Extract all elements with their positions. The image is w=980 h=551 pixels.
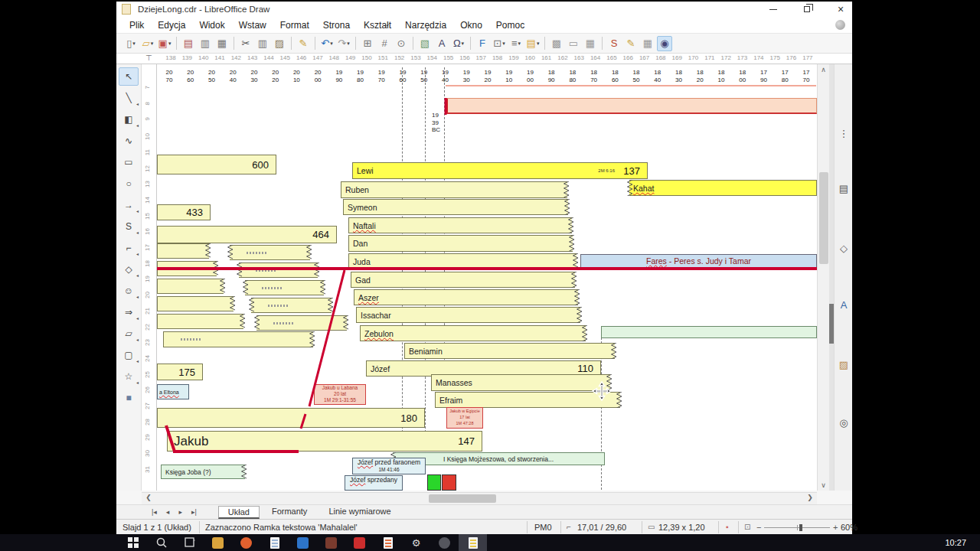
tool-callouts-icon[interactable]: ▢◂ — [119, 346, 139, 364]
image-filter-icon[interactable]: ▦ — [583, 36, 598, 51]
timeline-bar[interactable] — [157, 243, 209, 259]
tool-basic-shapes-icon[interactable]: ◇◂ — [119, 260, 139, 279]
close-button[interactable]: × — [835, 4, 846, 15]
open-file-icon[interactable]: ▱▾ — [140, 36, 155, 51]
redo-icon[interactable]: ↷▾ — [336, 36, 351, 51]
zoom-level[interactable]: 60% — [841, 523, 858, 532]
red-square[interactable] — [442, 474, 456, 491]
fontwork-icon[interactable]: F — [475, 36, 490, 51]
writer-document-icon[interactable] — [260, 534, 289, 551]
tool-fill-color-icon[interactable]: ◧◂ — [119, 110, 139, 129]
drawing-canvas[interactable]: 20 7020 6020 5020 4020 3020 2020 1020 00… — [157, 64, 817, 491]
insert-text-box-icon[interactable]: A — [434, 36, 449, 51]
gallery-icon[interactable]: ▨ — [836, 357, 851, 372]
note-box-j-zef-przed-faraonem[interactable]: Józef przed faraonem1M 41:46 — [352, 458, 426, 474]
scroll-up-icon[interactable]: ∧ — [818, 66, 829, 73]
menu-strona[interactable]: Strona — [316, 18, 357, 32]
tool-connectors-icon[interactable]: ⌐◂ — [119, 239, 139, 257]
timeline-bar[interactable]: 464 — [157, 226, 337, 243]
impress-document-icon[interactable] — [374, 534, 402, 551]
start-button[interactable] — [119, 534, 147, 551]
green-square[interactable] — [427, 474, 441, 491]
app-blue-icon[interactable] — [289, 534, 317, 551]
annotation-box[interactable]: Jakub w Egipcie17 lat1M 47:28 — [446, 407, 483, 429]
minimize-button[interactable] — [768, 4, 779, 15]
scroll-right-icon[interactable]: ❯ — [805, 494, 815, 501]
menu-kształt[interactable]: Kształt — [357, 18, 398, 32]
horizontal-ruler[interactable]: ⊤ 13813914014114214314414514614714814915… — [116, 54, 852, 64]
timeline-bar[interactable] — [163, 331, 313, 347]
new-document-icon[interactable]: ▯▾ — [123, 36, 139, 51]
tool-3d-objects-icon[interactable]: ■ — [119, 389, 139, 407]
shapes-icon[interactable]: ◇ — [836, 240, 851, 256]
tool-flowchart-icon[interactable]: ▱◂ — [119, 324, 139, 343]
timeline-bar-juda[interactable]: Juda — [348, 253, 577, 269]
tool-curves-polygons-icon[interactable]: S◂ — [119, 217, 139, 236]
timeline-bar-gad[interactable]: Gad — [351, 272, 575, 288]
undo-icon[interactable]: ↶▾ — [319, 36, 335, 51]
menu-widok[interactable]: Widok — [192, 18, 231, 32]
menu-narzędzia[interactable]: Narzędzia — [398, 18, 453, 32]
glue-points-icon[interactable]: ◉ — [657, 36, 672, 51]
scroll-left-icon[interactable]: ❮ — [143, 494, 154, 501]
scroll-down-icon[interactable]: ∨ — [818, 481, 829, 489]
era-band[interactable] — [446, 98, 817, 114]
settings-gear-icon[interactable]: ⚙ — [402, 534, 430, 551]
vertical-scrollbar[interactable]: ∧ ∨ — [817, 64, 829, 491]
timeline-bar-lewi[interactable]: Lewi2M 6:16137 — [352, 162, 648, 179]
table-icon[interactable]: ▦ — [640, 36, 655, 51]
edit-points-icon[interactable]: ✎ — [623, 36, 639, 51]
timeline-bar-naftali[interactable]: Naftali — [348, 217, 572, 233]
horizontal-scrollbar-thumb[interactable] — [429, 494, 496, 503]
character-styles-icon[interactable]: A — [836, 297, 851, 312]
timeline-bar-issachar[interactable]: Issachar — [356, 307, 580, 323]
timeline-bar-ksi-ga-joba[interactable]: Księga Joba (?) — [161, 465, 245, 479]
layer-nav-arrow-0[interactable]: |◂ — [147, 508, 162, 516]
timeline-bar-dan[interactable]: Dan — [348, 235, 573, 252]
tool-ellipse-icon[interactable]: ○ — [119, 174, 139, 193]
insert-special-character-icon[interactable]: Ω▾ — [451, 36, 466, 51]
timeline-bar-kahat[interactable]: Kahat — [629, 180, 817, 196]
menu-pomoc[interactable]: Pomoc — [489, 18, 531, 32]
timeline-bar[interactable] — [230, 245, 310, 260]
sidebar-settings-icon[interactable]: ⋮ — [836, 126, 851, 141]
display-grid-icon[interactable]: ⊞ — [360, 36, 375, 51]
zoom-in-button[interactable]: + — [833, 523, 838, 532]
tool-rectangle-icon[interactable]: ▭ — [119, 153, 139, 171]
search-icon[interactable] — [147, 534, 175, 551]
cut-icon[interactable]: ✂ — [238, 36, 253, 51]
firefox-icon[interactable] — [232, 534, 260, 551]
annotation-box[interactable]: Jakub u Labana20 lat1M 29:1-31:55 — [314, 384, 366, 405]
tool-lines-and-arrows-icon[interactable]: →◂ — [119, 196, 139, 214]
zoom-icon[interactable]: ⊙ — [394, 36, 409, 51]
paste-icon[interactable]: ▨ — [272, 36, 287, 51]
app-red-icon[interactable] — [345, 534, 374, 551]
layer-tab-uk-ad[interactable]: Układ — [218, 506, 260, 519]
export-pdf-icon[interactable]: ▤ — [181, 36, 196, 51]
menu-format[interactable]: Format — [273, 18, 316, 32]
timeline-bar[interactable]: 433 — [157, 204, 211, 220]
timeline-bar[interactable] — [157, 279, 224, 294]
app-maroon-icon[interactable] — [317, 534, 345, 551]
timeline-bar[interactable] — [239, 262, 318, 278]
tool-select-icon[interactable]: ↖ — [119, 67, 139, 86]
horizontal-scrollbar[interactable]: ❮ ❯ — [142, 492, 817, 504]
timeline-bar-ruben[interactable]: Ruben — [341, 181, 567, 198]
zoom-slider[interactable] — [764, 527, 830, 528]
timeline-bar-jakub[interactable]: Jakub147 — [167, 431, 482, 452]
copy-icon[interactable]: ▥ — [255, 36, 270, 51]
timeline-bar-beniamin[interactable]: Beniamin — [404, 343, 615, 359]
print-file-directly-icon[interactable]: ▥ — [198, 36, 213, 51]
timeline-bar[interactable] — [157, 261, 217, 276]
fit-slide-icon[interactable]: ⊡ — [744, 523, 750, 531]
layer-nav-arrow-2[interactable]: ▸ — [174, 508, 187, 516]
timeline-bar-aszer[interactable]: Aszer — [354, 289, 578, 305]
layer-tab-formanty[interactable]: Formanty — [263, 506, 316, 519]
navigator-icon[interactable]: ◎ — [836, 415, 851, 430]
clone-formatting-icon[interactable]: ✎ — [296, 36, 311, 51]
tool-block-arrows-icon[interactable]: ⇒◂ — [119, 303, 139, 321]
task-view-icon[interactable] — [175, 534, 204, 551]
timeline-bar[interactable]: 175 — [157, 364, 203, 380]
timeline-bar-symeon[interactable]: Symeon — [343, 199, 568, 215]
transformations-icon[interactable]: S — [606, 36, 622, 51]
